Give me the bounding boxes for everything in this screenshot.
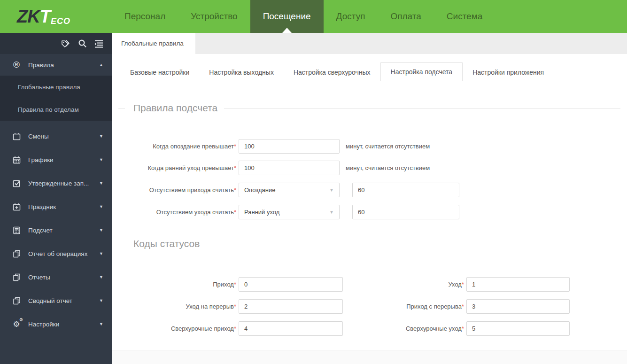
subtab-basic-settings[interactable]: Базовые настройки [120,63,199,81]
sidebar-item-label: Графики [28,156,99,163]
checkbox-icon [11,179,22,188]
sidebar-item-global-rules[interactable]: Глобальные правила [0,76,112,98]
tags-icon[interactable] [60,38,71,49]
chevron-down-icon: ▼ [99,157,103,162]
sidebar-item-label: Праздник [28,203,99,210]
subtab-overtime-settings[interactable]: Настройка сверхурочных [284,63,380,81]
subtab-label: Настройка сверхурочных [294,69,371,76]
submenu-item-label: Глобальные правила [18,84,80,91]
logo-text-t: T [40,7,50,27]
chevron-down-icon: ▼ [99,228,103,232]
nav-item-attendance[interactable]: Посещение [250,0,324,33]
sidebar-item-operations-report[interactable]: Отчет об операциях ▼ [0,242,112,265]
sidebar-item-schedules[interactable]: Графики ▼ [0,148,112,171]
nav-item-access[interactable]: Доступ [324,0,378,33]
sidebar-item-label: Правила [28,62,99,69]
required-mark: * [462,325,464,332]
sidebar-item-department-rules[interactable]: Правила по отделам [0,98,112,121]
field-suffix: минут, считается отсутствием [346,143,430,150]
sidebar-item-summary-report[interactable]: Сводный отчет ▼ [0,289,112,312]
required-mark: * [462,303,464,310]
sidebar-item-holiday[interactable]: Праздник ▼ [0,195,112,218]
sidebar: ® Правила ▲ Глобальные правила Правила п… [0,33,112,364]
sidebar-item-settings[interactable]: ⚙⚙ Настройки ▼ [0,312,112,336]
divider [118,108,125,108]
nav-label: Доступ [336,11,365,22]
sidebar-item-label: Настройки [28,321,99,328]
dropdown-arrow-icon: ▼ [329,209,334,215]
field-label: Отсутствием прихода считать* [112,186,236,194]
no-checkout-select[interactable]: Ранний уход ▼ [239,205,340,219]
divider [118,244,125,244]
form-row-late-exceeds: Когда опоздание превышает* минут, считае… [112,139,430,154]
field-label: Приход* [112,281,236,288]
sidebar-item-calculation[interactable]: Подсчет ▼ [0,218,112,242]
field-label: Сверхурочные уход* [362,325,464,332]
dropdown-arrow-icon: ▼ [329,187,334,193]
required-mark: * [234,303,236,310]
sidebar-menu: Смены ▼ Графики ▼ [0,121,112,336]
logo-text-zk: ZK [17,7,40,27]
sidebar-toolbar [0,33,112,54]
field-suffix: минут, считается отсутствием [346,164,430,171]
no-checkin-select[interactable]: Опоздание ▼ [239,183,340,197]
main-area: Глобальные правила Базовые настройки Нас… [112,33,627,364]
section-title-calc-rules: Правила подсчета [118,102,620,114]
chevron-down-icon: ▼ [99,298,103,303]
sidebar-item-label: Утвержденные зап... [28,180,99,187]
no-checkout-minutes-input[interactable] [352,205,459,219]
page-tab-label: Глобальные правила [121,40,184,47]
status-row-checkin-checkout: Приход* Уход* [112,277,570,292]
calendar-grid-icon [11,155,22,164]
checkout-code-input[interactable] [466,277,570,292]
chevron-down-icon: ▼ [99,275,103,279]
status-row-overtime-in-out: Сверхурочные приход* Сверхурочные уход* [112,321,570,336]
no-checkin-minutes-input[interactable] [352,183,459,197]
required-mark: * [234,209,236,216]
form-row-early-leave-exceeds: Когда ранний уход превышает* минут, счит… [112,161,430,175]
nav-label: Персонал [124,11,165,22]
chevron-down-icon: ▼ [99,251,103,256]
section-title-text: Правила подсчета [125,102,224,114]
sidebar-item-label: Отчет об операциях [28,250,99,257]
nav-item-device[interactable]: Устройство [178,0,250,33]
overtime-out-code-input[interactable] [466,321,570,336]
chevron-down-icon: ▼ [99,134,103,139]
field-label: Когда опоздание превышает* [112,143,236,150]
checkin-code-input[interactable] [239,277,343,292]
sidebar-item-label: Отчеты [28,274,99,281]
nav-item-payment[interactable]: Оплата [378,0,433,33]
subtab-weekend-settings[interactable]: Настройка выходных [199,63,284,81]
sidebar-item-reports[interactable]: Отчеты ▼ [0,265,112,289]
overtime-in-code-input[interactable] [239,321,343,336]
sidebar-item-shifts[interactable]: Смены ▼ [0,124,112,148]
late-exceeds-input[interactable] [239,139,340,154]
break-out-code-input[interactable] [239,299,343,314]
sidebar-item-rules[interactable]: ® Правила ▲ [0,54,112,76]
sidebar-item-approved-requests[interactable]: Утвержденные зап... ▼ [0,171,112,195]
early-leave-exceeds-input[interactable] [239,161,340,175]
logo-text-eco: ECO [51,16,70,33]
active-tab-caret [282,28,292,33]
subtab-app-settings[interactable]: Настройки приложения [463,63,554,81]
nav-label: Устройство [191,11,237,22]
nav-item-personnel[interactable]: Персонал [112,0,178,33]
required-mark: * [234,281,236,288]
page-tab-global-rules[interactable]: Глобальные правила [112,33,195,54]
break-in-code-input[interactable] [466,299,570,314]
sidebar-item-label: Сводный отчет [28,297,99,304]
search-icon[interactable] [77,38,88,49]
main-nav: Персонал Устройство Посещение Доступ Опл… [112,0,495,33]
field-label: Приход с перерыва* [362,303,464,310]
required-mark: * [234,186,236,194]
calendar-plus-icon [11,202,22,211]
calendar-icon [11,132,22,141]
subtab-label: Настройки приложения [472,69,544,76]
chevron-up-icon: ▲ [99,62,103,67]
nav-item-system[interactable]: Система [434,0,495,33]
collapse-menu-icon[interactable] [93,38,104,49]
field-label: Отсутствием ухода считать* [112,209,236,216]
required-mark: * [234,143,236,150]
subtab-calculation-settings[interactable]: Настройка подсчета [380,62,463,81]
subtab-label: Базовые настройки [130,69,189,76]
